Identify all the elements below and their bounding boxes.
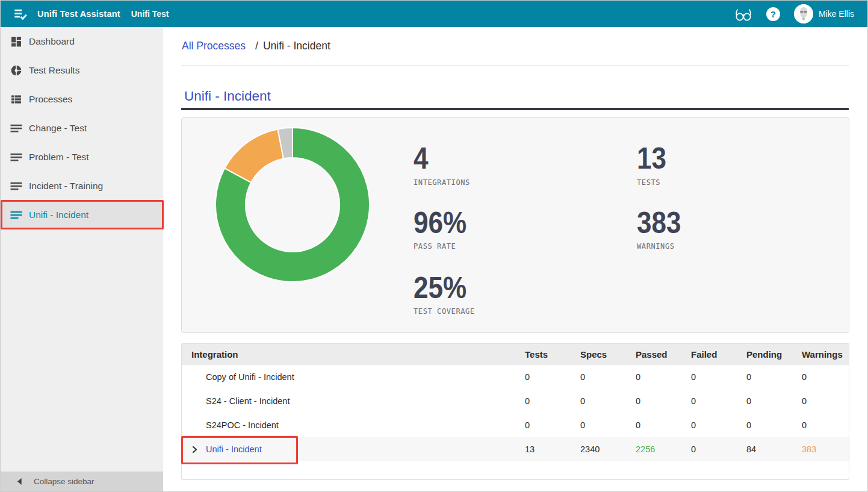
cell-passed: 0: [626, 420, 681, 430]
menu-playlist-check-icon[interactable]: [13, 6, 28, 22]
table-row: S24 - Client - Incident 0 0 0 0 0 0: [182, 389, 849, 413]
breadcrumb-separator: /: [255, 40, 258, 52]
sidebar-item-dashboard[interactable]: Dashboard: [1, 27, 163, 56]
cell-tests: 0: [515, 420, 571, 430]
help-icon[interactable]: ?: [766, 7, 780, 21]
sidebar-item-label: Change - Test: [29, 123, 87, 134]
col-pending: Pending: [737, 349, 792, 360]
dashboard-icon: [10, 36, 22, 48]
sidebar-item-label: Incident - Training: [29, 181, 103, 192]
sidebar-item-label: Processes: [29, 94, 72, 105]
col-warnings: Warnings: [792, 349, 848, 360]
cell-specs: 0: [571, 372, 626, 382]
lines-icon: [10, 122, 22, 134]
cell-warnings: 0: [792, 396, 848, 406]
cell-integration-name: S24 - Client - Incident: [182, 396, 515, 406]
lines-icon: [10, 180, 22, 192]
sidebar-item-change-test[interactable]: Change - Test: [1, 114, 163, 143]
integration-link-unifi-incident[interactable]: Unifi - Incident: [206, 444, 262, 454]
cell-passed: 0: [626, 372, 681, 382]
expand-chevron-icon[interactable]: [191, 446, 198, 453]
cell-passed: 2256: [626, 444, 681, 454]
sidebar-item-label: Dashboard: [29, 36, 75, 47]
breadcrumb-all-processes-link[interactable]: All Processes: [182, 40, 246, 52]
main-content: All Processes/Unifi - Incident Unifi - I…: [163, 27, 867, 491]
stat-warnings-value: 383: [637, 208, 681, 238]
title-rule: [181, 108, 849, 110]
donut-chart: [215, 127, 370, 282]
app-window: Unifi Test Assistant Unifi Test ?: [0, 0, 868, 492]
cell-failed: 0: [681, 372, 737, 382]
cell-failed: 0: [681, 396, 737, 406]
cell-tests: 0: [515, 372, 571, 382]
top-bar: Unifi Test Assistant Unifi Test ?: [1, 1, 867, 27]
cell-pending: 84: [737, 444, 792, 454]
cell-warnings: 0: [792, 372, 848, 382]
stat-test-coverage-value: 25%: [414, 273, 467, 303]
page-title: Unifi - Incident: [184, 89, 271, 104]
sidebar: Dashboard Test Results Processes Change …: [1, 27, 163, 491]
col-passed: Passed: [626, 349, 681, 360]
stat-integrations-value: 4: [414, 143, 428, 173]
sidebar-item-processes[interactable]: Processes: [1, 85, 163, 114]
sidebar-item-label: Test Results: [29, 65, 79, 76]
sidebar-item-problem-test[interactable]: Problem - Test: [1, 143, 163, 172]
cell-pending: 0: [737, 396, 792, 406]
stat-tests-value: 13: [637, 143, 666, 173]
collapse-sidebar-label: Collapse sidebar: [34, 477, 95, 486]
app-title: Unifi Test Assistant: [37, 9, 120, 19]
stat-test-coverage-label: TEST COVERAGE: [414, 308, 475, 315]
nav-item-unifi-test[interactable]: Unifi Test: [131, 9, 169, 19]
lines-icon: [10, 151, 22, 163]
cell-warnings: 383: [792, 444, 848, 454]
stat-warnings-label: WARNINGS: [637, 243, 675, 250]
cell-warnings: 0: [792, 420, 848, 430]
cell-pending: 0: [737, 420, 792, 430]
user-name[interactable]: Mike Ellis: [819, 9, 854, 19]
cell-tests: 13: [515, 444, 571, 454]
stat-tests-label: TESTS: [637, 179, 660, 186]
table-row-unifi-incident: Unifi - Incident 13 2340 2256 0 84 383: [182, 437, 849, 461]
cell-specs: 0: [571, 420, 626, 430]
collapse-sidebar-button[interactable]: Collapse sidebar: [1, 472, 163, 491]
col-tests: Tests: [515, 349, 571, 360]
cell-pending: 0: [737, 372, 792, 382]
list-icon: [10, 93, 22, 105]
cell-failed: 0: [681, 444, 737, 454]
cell-tests: 0: [515, 396, 571, 406]
table-row: Copy of Unifi - Incident 0 0 0 0 0 0: [182, 365, 849, 389]
table-header-row: Integration Tests Specs Passed Failed Pe…: [182, 344, 849, 365]
breadcrumb-divider: [181, 65, 849, 66]
cell-specs: 2340: [571, 444, 626, 454]
collapse-arrow-icon: [17, 478, 22, 485]
sidebar-item-test-results[interactable]: Test Results: [1, 56, 163, 85]
stat-pass-rate-label: PASS RATE: [414, 243, 456, 250]
col-specs: Specs: [571, 349, 626, 360]
col-integration: Integration: [182, 349, 515, 360]
table-row: S24POC - Incident 0 0 0 0 0 0: [182, 413, 849, 437]
sidebar-item-incident-training[interactable]: Incident - Training: [1, 172, 163, 201]
sidebar-item-label: Unifi - Incident: [29, 210, 88, 220]
breadcrumb: All Processes/Unifi - Incident: [182, 33, 330, 58]
sidebar-item-label: Problem - Test: [29, 152, 89, 163]
glasses-icon[interactable]: [734, 5, 752, 23]
avatar-face-icon: [794, 4, 813, 23]
cell-integration-name: S24POC - Incident: [182, 420, 515, 430]
sidebar-item-unifi-incident[interactable]: Unifi - Incident: [1, 201, 163, 229]
breadcrumb-current: Unifi - Incident: [263, 40, 330, 52]
integration-table: Integration Tests Specs Passed Failed Pe…: [181, 343, 849, 480]
stat-integrations-label: INTEGRATIONS: [414, 179, 470, 186]
cell-integration-name: Copy of Unifi - Incident: [182, 372, 515, 382]
cell-failed: 0: [681, 420, 737, 430]
lines-icon: [10, 209, 22, 221]
stat-pass-rate-value: 96%: [414, 208, 467, 238]
cell-specs: 0: [571, 396, 626, 406]
avatar[interactable]: [794, 4, 813, 23]
donut-icon: [10, 64, 22, 76]
cell-passed: 0: [626, 396, 681, 406]
summary-panel: 4 INTEGRATIONS 96% PASS RATE 25% TEST CO…: [181, 117, 849, 333]
col-failed: Failed: [681, 349, 737, 360]
